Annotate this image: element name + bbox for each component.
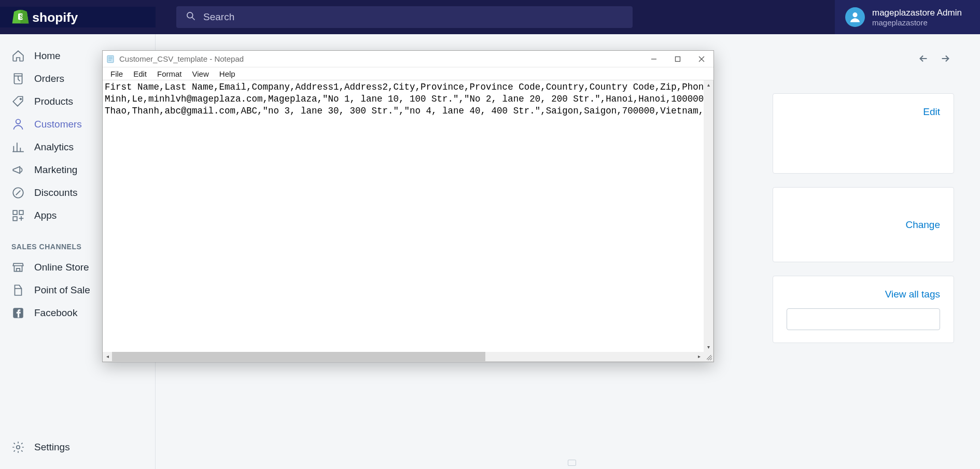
back-button[interactable] bbox=[915, 50, 932, 67]
menu-help[interactable]: Help bbox=[215, 68, 240, 79]
sidebar-item-settings[interactable]: Settings bbox=[0, 436, 155, 459]
sidebar-item-label: Analytics bbox=[34, 141, 74, 153]
svg-rect-11 bbox=[13, 217, 17, 221]
topbar: S shopify mageplazastore Admin mageplaza… bbox=[0, 0, 980, 34]
svg-rect-9 bbox=[13, 210, 17, 215]
resize-grip[interactable] bbox=[704, 352, 713, 361]
user-name: mageplazastore Admin bbox=[872, 8, 962, 18]
scroll-down-icon[interactable]: ▾ bbox=[704, 343, 713, 352]
horizontal-scrollbar[interactable]: ◂ ▸ bbox=[103, 352, 704, 361]
home-icon bbox=[11, 49, 25, 63]
search-wrap bbox=[156, 6, 835, 28]
vertical-scrollbar[interactable]: ▴ ▾ bbox=[704, 80, 713, 352]
analytics-icon bbox=[11, 140, 25, 154]
card-tags: View all tags bbox=[773, 276, 954, 343]
sidebar-item-label: Products bbox=[34, 96, 73, 107]
orders-icon bbox=[11, 72, 25, 86]
card-edit: Edit bbox=[773, 93, 954, 174]
svg-text:S: S bbox=[20, 13, 23, 20]
scroll-up-icon[interactable]: ▴ bbox=[704, 80, 713, 90]
scroll-right-icon[interactable]: ▸ bbox=[694, 352, 704, 361]
brand-logo-area: S shopify bbox=[0, 7, 156, 27]
tag-input[interactable] bbox=[787, 308, 940, 330]
customers-icon bbox=[11, 118, 25, 131]
checkbox-stub[interactable] bbox=[568, 460, 576, 466]
sidebar-item-label: Home bbox=[34, 50, 61, 62]
arrow-left-icon bbox=[918, 53, 929, 64]
facebook-icon bbox=[11, 306, 25, 320]
svg-point-3 bbox=[187, 12, 193, 18]
pos-icon bbox=[11, 283, 25, 297]
search-icon bbox=[186, 11, 196, 23]
apps-icon bbox=[11, 209, 25, 222]
menu-view[interactable]: View bbox=[188, 68, 214, 79]
svg-point-7 bbox=[16, 119, 21, 124]
change-link[interactable]: Change bbox=[905, 219, 940, 231]
svg-rect-10 bbox=[19, 210, 23, 215]
sidebar-item-label: Point of Sale bbox=[34, 285, 90, 296]
notepad-text[interactable]: First Name,Last Name,Email,Company,Addre… bbox=[103, 80, 704, 352]
shopify-logo-icon: S shopify bbox=[10, 7, 88, 27]
arrow-right-icon bbox=[940, 53, 951, 64]
scroll-thumb[interactable] bbox=[112, 352, 485, 361]
notepad-title: Customer_CSV_template - Notepad bbox=[119, 54, 642, 63]
sidebar-item-label: Apps bbox=[34, 210, 57, 221]
notepad-titlebar[interactable]: Customer_CSV_template - Notepad bbox=[103, 51, 713, 67]
forward-button[interactable] bbox=[936, 50, 954, 67]
svg-point-6 bbox=[20, 98, 22, 100]
products-icon bbox=[11, 95, 25, 108]
svg-rect-19 bbox=[676, 56, 680, 61]
search-input[interactable] bbox=[203, 11, 623, 23]
edit-link[interactable]: Edit bbox=[923, 106, 940, 161]
sidebar-item-label: Marketing bbox=[34, 164, 77, 176]
avatar bbox=[845, 7, 865, 27]
discounts-icon bbox=[11, 186, 25, 200]
card-change: Change bbox=[773, 187, 954, 262]
view-all-tags-link[interactable]: View all tags bbox=[885, 289, 940, 300]
sidebar-item-label: Orders bbox=[34, 73, 64, 84]
menu-edit[interactable]: Edit bbox=[129, 68, 151, 79]
user-text: mageplazastore Admin mageplazastore bbox=[872, 8, 962, 27]
svg-point-13 bbox=[17, 446, 20, 449]
notepad-window[interactable]: Customer_CSV_template - Notepad File Edi… bbox=[102, 50, 714, 362]
sidebar-item-label: Discounts bbox=[34, 187, 77, 198]
online-store-icon bbox=[11, 261, 25, 274]
scroll-left-icon[interactable]: ◂ bbox=[103, 352, 112, 361]
user-icon bbox=[848, 10, 862, 24]
store-name: mageplazastore bbox=[872, 18, 962, 27]
svg-point-5 bbox=[852, 12, 857, 17]
notepad-app-icon bbox=[106, 54, 115, 64]
sidebar-item-label: Online Store bbox=[34, 262, 89, 273]
svg-text:shopify: shopify bbox=[32, 10, 78, 24]
svg-line-4 bbox=[192, 18, 195, 20]
notepad-editor[interactable]: First Name,Last Name,Email,Company,Addre… bbox=[103, 80, 713, 362]
marketing-icon bbox=[11, 163, 25, 177]
svg-rect-14 bbox=[107, 55, 114, 63]
notepad-menubar: File Edit Format View Help bbox=[103, 67, 713, 80]
search-box[interactable] bbox=[176, 6, 633, 28]
sidebar-item-label: Facebook bbox=[34, 307, 77, 319]
user-menu[interactable]: mageplazastore Admin mageplazastore bbox=[835, 0, 980, 34]
menu-format[interactable]: Format bbox=[152, 68, 187, 79]
gear-icon bbox=[11, 440, 25, 454]
menu-file[interactable]: File bbox=[106, 68, 128, 79]
maximize-button[interactable] bbox=[666, 51, 690, 67]
sidebar-item-label: Settings bbox=[34, 442, 70, 453]
sidebar-item-label: Customers bbox=[34, 119, 82, 130]
minimize-button[interactable] bbox=[642, 51, 666, 67]
close-button[interactable] bbox=[690, 51, 713, 67]
